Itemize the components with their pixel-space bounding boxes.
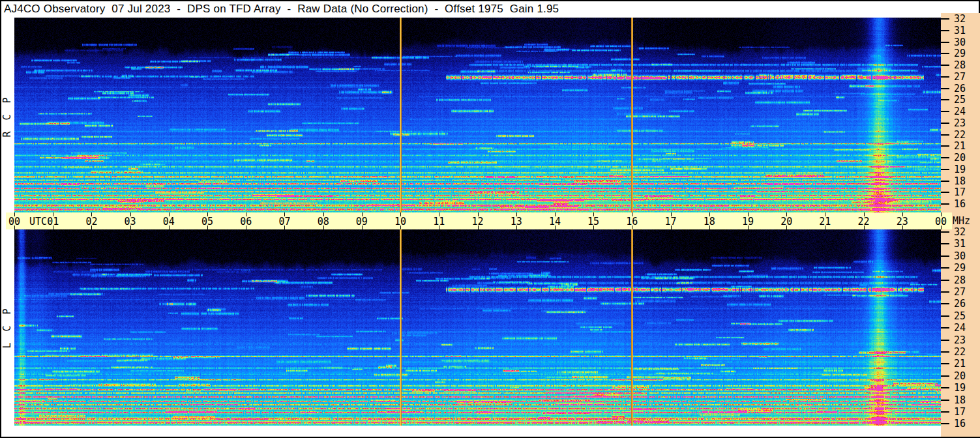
- hour-label: 16: [626, 216, 638, 227]
- spectrograph-window: AJ4CO Observatory 07 Jul 2023 - DPS on T…: [0, 0, 980, 438]
- freq-label: 26: [954, 298, 966, 310]
- hour-label: 20: [780, 216, 792, 227]
- lcp-panel-label: L C P: [1, 285, 14, 370]
- freq-label: 31: [954, 238, 966, 250]
- rcp-spectrogram: [14, 18, 941, 212]
- freq-label: 25: [954, 310, 966, 322]
- freq-label: 29: [954, 262, 966, 274]
- hour-label: 06: [240, 216, 252, 227]
- freq-label: 18: [954, 175, 966, 187]
- hour-label: 04: [163, 216, 175, 227]
- freq-tick: [941, 291, 949, 293]
- freq-tick: [941, 387, 949, 388]
- freq-label: 30: [954, 250, 966, 262]
- freq-label: 26: [954, 83, 966, 95]
- freq-label: 16: [954, 198, 966, 210]
- hour-label: 13: [511, 216, 522, 227]
- hour-label: 00: [8, 216, 20, 227]
- freq-tick: [941, 256, 949, 257]
- freq-tick: [941, 400, 949, 401]
- freq-tick: [941, 315, 949, 317]
- freq-label: 28: [954, 59, 966, 71]
- freq-tick: [941, 411, 949, 413]
- hour-label: 11: [433, 216, 445, 227]
- freq-label: 20: [954, 152, 966, 164]
- page-title: AJ4CO Observatory 07 Jul 2023 - DPS on T…: [4, 3, 559, 17]
- freq-label: 19: [954, 382, 966, 394]
- freq-label: 25: [954, 94, 966, 106]
- freq-tick: [941, 42, 949, 43]
- freq-label: 27: [954, 71, 966, 83]
- hour-label: 12: [471, 216, 483, 227]
- hour-label: 02: [85, 216, 97, 227]
- freq-label: 24: [954, 106, 966, 117]
- freq-label: 19: [954, 164, 966, 175]
- freq-label: 20: [954, 370, 966, 382]
- freq-label: 21: [954, 358, 966, 370]
- freq-label: 32: [954, 226, 966, 238]
- freq-label: 27: [954, 286, 966, 298]
- freq-tick: [941, 157, 949, 158]
- freq-tick: [941, 30, 949, 31]
- hour-label: 15: [587, 216, 599, 227]
- freq-label: 18: [954, 394, 966, 406]
- freq-tick: [941, 181, 949, 182]
- hour-label: 21: [819, 216, 831, 227]
- freq-tick: [941, 192, 949, 193]
- freq-tick: [941, 169, 949, 170]
- freq-label: 24: [954, 322, 966, 334]
- hour-label: 05: [201, 216, 213, 227]
- freq-tick: [941, 65, 949, 66]
- freq-label: 23: [954, 334, 966, 346]
- hour-label: 03: [125, 216, 136, 227]
- hour-label: 18: [704, 216, 715, 227]
- hour-label: 19: [742, 216, 754, 227]
- freq-label: 30: [954, 36, 966, 48]
- freq-tick: [941, 423, 949, 424]
- hour-label: 08: [318, 216, 329, 227]
- freq-label: 23: [954, 117, 966, 129]
- freq-tick: [941, 375, 949, 377]
- freq-tick: [941, 123, 949, 124]
- freq-label: 32: [954, 13, 966, 25]
- freq-tick: [941, 340, 949, 341]
- hour-label: 00: [935, 216, 947, 227]
- freq-tick: [941, 53, 949, 54]
- hour-label: 17: [665, 216, 677, 227]
- hour-label: 14: [549, 216, 561, 227]
- hour-label: 07: [278, 216, 290, 227]
- freq-tick: [941, 111, 949, 112]
- freq-tick: [941, 363, 949, 364]
- time-axis: UTC 000102030405060708091011121314151617…: [6, 212, 952, 229]
- freq-tick: [941, 76, 949, 78]
- freq-tick: [941, 145, 949, 147]
- freq-label: 21: [954, 140, 966, 152]
- freq-tick: [941, 99, 949, 100]
- hour-label: 22: [858, 216, 870, 227]
- freq-tick: [941, 280, 949, 281]
- freq-label: 17: [954, 186, 966, 198]
- freq-label: 17: [954, 406, 966, 418]
- freq-label: 22: [954, 346, 966, 358]
- hour-label: 10: [394, 216, 406, 227]
- freq-label: 22: [954, 129, 966, 141]
- freq-tick: [941, 267, 949, 269]
- freq-tick: [941, 303, 949, 304]
- freq-tick: [941, 88, 949, 89]
- freq-label: 31: [954, 25, 966, 36]
- lcp-spectrogram: [14, 229, 941, 426]
- freq-tick: [941, 18, 949, 20]
- hour-label: 09: [356, 216, 368, 227]
- mhz-unit-label: MHz: [953, 215, 970, 227]
- freq-tick: [941, 243, 949, 244]
- freq-tick: [941, 203, 949, 205]
- freq-label: 29: [954, 48, 966, 59]
- freq-label: 28: [954, 274, 966, 286]
- freq-tick: [941, 351, 949, 353]
- hour-label: 01: [47, 216, 59, 227]
- freq-tick: [941, 327, 949, 328]
- freq-tick: [941, 231, 949, 233]
- rcp-panel-label: R C P: [1, 74, 14, 158]
- utc-unit-label: UTC: [29, 216, 47, 227]
- freq-tick: [941, 134, 949, 136]
